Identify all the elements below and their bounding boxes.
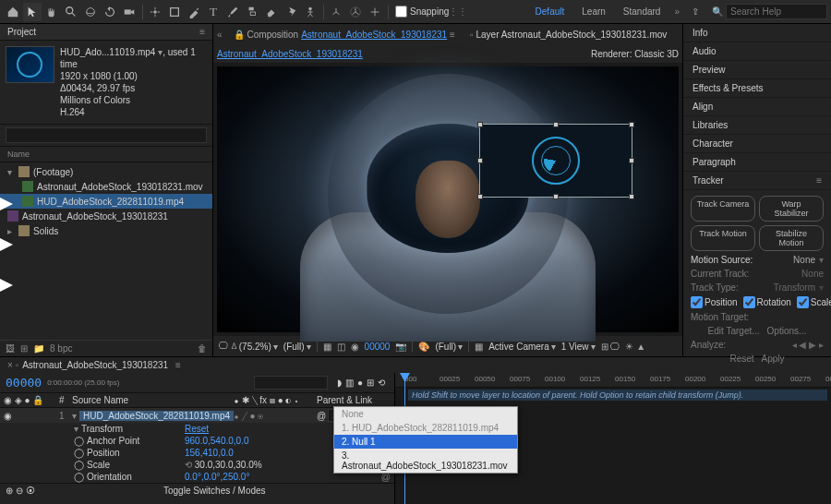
axis-world-icon[interactable] <box>346 3 365 21</box>
viewport[interactable]: Active Camera <box>217 66 679 332</box>
delete-icon[interactable]: 🗑 <box>198 343 207 354</box>
snapshot-icon[interactable]: 📷 <box>395 342 406 352</box>
pickwhip-icon[interactable]: @ <box>317 411 326 421</box>
selection-tool-icon[interactable] <box>23 3 42 21</box>
dropdown-option-3[interactable]: 3. Astronaut_AdobeStock_193018231.mov <box>334 449 517 473</box>
dropdown-option-1[interactable]: 1. HUD_AdobeStock_282811019.mp4 <box>334 421 517 435</box>
panel-character[interactable]: Character <box>683 135 831 153</box>
stopwatch-icon[interactable]: ◯ <box>74 460 84 470</box>
project-search-input[interactable] <box>6 127 207 143</box>
time-ruler[interactable]: 0000002500050000750010000125001500017500… <box>395 373 831 388</box>
pen-tool-icon[interactable] <box>185 3 203 21</box>
panel-tracker[interactable]: Tracker≡ <box>683 172 831 190</box>
track-camera-button[interactable]: Track Camera <box>691 196 755 222</box>
interpret-footage-icon[interactable]: 🖼 <box>6 343 15 354</box>
orbit-tool-icon[interactable] <box>81 3 100 21</box>
3d-view-dropdown[interactable]: Active Camera ▾ <box>488 342 556 352</box>
panel-info[interactable]: Info <box>683 24 831 42</box>
panel-libraries[interactable]: Libraries <box>683 116 831 135</box>
axis-local-icon[interactable] <box>327 3 345 21</box>
color-mgmt-icon[interactable]: 🎨 <box>418 342 429 352</box>
hand-tool-icon[interactable] <box>42 3 61 21</box>
warp-stabilizer-button[interactable]: Warp Stabilizer <box>759 196 824 222</box>
frameblend-icon[interactable]: ▥ <box>345 378 354 388</box>
dropdown-option-none[interactable]: None <box>334 407 517 421</box>
project-tab[interactable]: Project <box>7 27 36 37</box>
workspace-standard[interactable]: Standard <box>616 5 668 18</box>
channel-icon[interactable]: ◉ <box>351 342 359 352</box>
graph-icon[interactable]: ⊞ <box>367 378 374 388</box>
pan-behind-tool-icon[interactable] <box>146 3 164 21</box>
view-layout-dropdown[interactable]: 1 View ▾ <box>561 342 596 352</box>
brush-tool-icon[interactable] <box>223 3 242 21</box>
panel-menu-icon[interactable]: ≡ <box>199 27 205 37</box>
view-options-icon[interactable]: ⊞ 🖵 <box>601 342 620 352</box>
motionblur-icon[interactable]: ● <box>357 378 363 388</box>
home-icon[interactable] <box>4 3 22 21</box>
search-help-input[interactable] <box>726 4 827 19</box>
scale-checkbox[interactable]: Scale <box>797 296 831 308</box>
panel-paragraph[interactable]: Paragraph <box>683 153 831 172</box>
reset-link[interactable]: Reset <box>185 424 209 434</box>
folder-solids[interactable]: ▸Solids <box>0 223 212 238</box>
rotation-checkbox[interactable]: Rotation <box>743 296 791 308</box>
type-tool-icon[interactable]: T <box>204 3 223 21</box>
panel-align[interactable]: Align <box>683 98 831 116</box>
position-checkbox[interactable]: Position <box>691 296 738 308</box>
asset-astronaut-mov[interactable]: Astronaut_AdobeStock_193018231.mov <box>0 179 212 194</box>
stopwatch-icon[interactable]: ◯ <box>74 472 84 482</box>
roi-icon[interactable]: ◫ <box>337 342 345 352</box>
layer-tab[interactable]: ▫ Layer Astronaut_AdobeStock_193018231.m… <box>466 28 670 42</box>
transparency-grid-icon[interactable]: ▦ <box>323 342 331 352</box>
stopwatch-icon[interactable]: ◯ <box>74 448 84 458</box>
brainstorm-icon[interactable]: ⟲ <box>378 378 385 388</box>
selected-layer-bounds[interactable] <box>479 124 632 198</box>
timecode-display[interactable]: 00000 <box>365 342 391 352</box>
workspace-learn[interactable]: Learn <box>574 5 613 18</box>
dropdown-option-2[interactable]: 2. Null 1 <box>334 435 517 449</box>
resolution-dropdown2[interactable]: (Full) ▾ <box>435 342 463 352</box>
folder-footage[interactable]: ▾(Footage) <box>0 164 212 179</box>
stopwatch-icon[interactable]: ◯ <box>74 436 84 446</box>
timeline-tab[interactable]: Astronaut_AdobeStock_193018231 <box>22 360 168 370</box>
tab-close-icon[interactable]: ≡ <box>175 360 181 370</box>
comp-astronaut[interactable]: Astronaut_AdobeStock_193018231 <box>0 209 212 223</box>
track-motion-button[interactable]: Track Motion <box>691 225 755 251</box>
workspace-default[interactable]: Default <box>528 5 572 18</box>
exposure-icon[interactable]: ☀ ▲ <box>625 342 645 352</box>
clone-tool-icon[interactable] <box>243 3 261 21</box>
visibility-icon[interactable]: ◉ <box>4 411 12 421</box>
motion-source-dropdown[interactable]: None <box>793 255 815 265</box>
breadcrumb[interactable]: Astronaut_AdobeStock_193018231 <box>217 49 363 59</box>
axis-view-icon[interactable] <box>366 3 384 21</box>
workspace-overflow-icon[interactable]: » <box>674 6 680 17</box>
new-folder-icon[interactable]: 📁 <box>33 343 44 354</box>
camera-tool-icon[interactable] <box>120 3 138 21</box>
snap-options-icon[interactable]: ⋮⋮ <box>449 3 467 21</box>
panel-effects[interactable]: Effects & Presets <box>683 79 831 98</box>
expand-icon[interactable]: ⊕ ⊖ ⦿ <box>6 486 35 496</box>
roto-tool-icon[interactable] <box>282 3 300 21</box>
tab-nav-icon[interactable]: « <box>217 30 223 40</box>
panel-preview[interactable]: Preview <box>683 61 831 79</box>
toggle-switches-button[interactable]: Toggle Switches / Modes <box>41 486 389 496</box>
resolution-dropdown[interactable]: (Full) ▾ <box>283 342 311 352</box>
share-icon[interactable]: ⇪ <box>686 3 705 21</box>
new-comp-icon[interactable]: ⊞ <box>20 343 28 354</box>
asset-hud-mp4[interactable]: HUD_AdobeStock_282811019.mp4 <box>0 194 212 209</box>
eraser-tool-icon[interactable] <box>262 3 281 21</box>
current-time[interactable]: 00000 <box>6 376 42 390</box>
name-column-header[interactable]: Name <box>0 147 212 162</box>
panel-audio[interactable]: Audio <box>683 42 831 61</box>
composition-tab[interactable]: 🔒Composition Astronaut_AdobeStock_193018… <box>230 28 459 42</box>
puppet-tool-icon[interactable] <box>301 3 319 21</box>
shape-tool-icon[interactable] <box>165 3 184 21</box>
renderer-dropdown[interactable]: Classic 3D <box>634 49 679 59</box>
stabilize-motion-button[interactable]: Stabilize Motion <box>759 225 824 251</box>
shy-icon[interactable]: ◗ <box>337 378 342 388</box>
snapping-toggle[interactable]: Snapping <box>395 6 449 18</box>
timeline-search[interactable] <box>254 376 328 390</box>
magnification-ratio[interactable]: 🖵 ꕔ (75.2%) ▾ <box>219 341 278 352</box>
camera-view-icon[interactable]: ▦ <box>475 342 483 352</box>
zoom-tool-icon[interactable] <box>62 3 80 21</box>
